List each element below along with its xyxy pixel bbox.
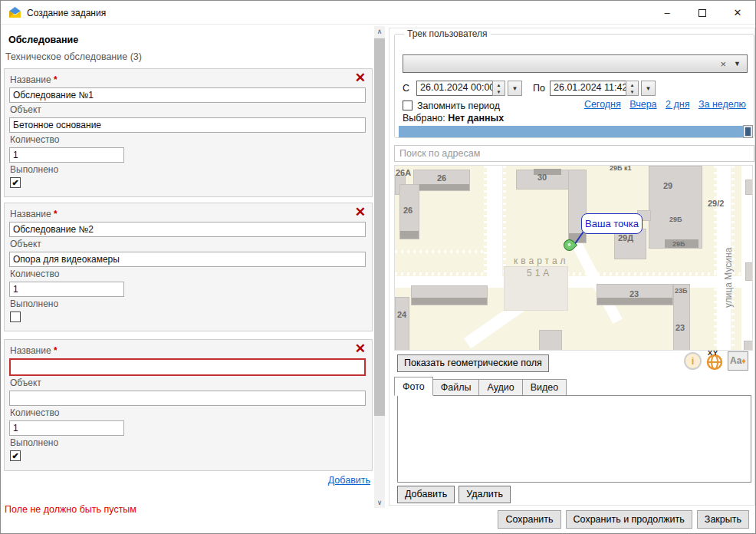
user-select-combo[interactable]: × ▼ <box>403 54 748 73</box>
tab-video[interactable]: Видео <box>523 379 567 396</box>
link-today[interactable]: Сегодня <box>584 99 621 110</box>
clear-icon[interactable]: × <box>720 58 726 70</box>
survey-card: ✕ Название * Объект Количество Выполнено… <box>4 68 373 197</box>
map-label: 23Б <box>675 287 687 295</box>
done-checkbox[interactable] <box>10 312 21 322</box>
name-label: Название * <box>10 74 365 85</box>
map-label: 26 <box>437 173 446 183</box>
name-input[interactable] <box>9 222 366 237</box>
delete-card-icon[interactable]: ✕ <box>355 71 366 84</box>
chevron-down-icon: ▼ <box>646 85 652 92</box>
labels-toggle-icon[interactable]: Aa♦ <box>728 351 748 371</box>
info-icon[interactable]: i <box>684 352 702 370</box>
track-time-slider[interactable] <box>399 126 753 137</box>
from-label: С <box>403 83 409 94</box>
quick-period-links: Сегодня Вчера 2 дня За неделю <box>578 99 746 110</box>
district-label: квартал <box>514 255 569 266</box>
done-checkbox[interactable]: ✔ <box>10 177 21 188</box>
show-geometry-button[interactable]: Показать геометрические поля <box>397 354 549 372</box>
maximize-button[interactable] <box>685 1 720 25</box>
your-point-callout: Ваша точка <box>581 213 643 234</box>
delete-card-icon[interactable]: ✕ <box>355 342 366 355</box>
tab-audio[interactable]: Аудио <box>479 379 522 396</box>
user-track-group: Трек пользователя × ▼ С 26.01.2024 00:00… <box>394 34 754 138</box>
scroll-down-icon[interactable]: ∨ <box>374 497 385 508</box>
add-attachment-button[interactable]: Добавить <box>397 486 455 503</box>
map-label: 29Б <box>669 216 682 223</box>
link-yesterday[interactable]: Вчера <box>629 99 656 110</box>
app-icon <box>8 6 21 19</box>
map-label: 29Д <box>618 233 633 242</box>
map-building <box>539 330 562 351</box>
map-building <box>649 166 702 249</box>
map-road-trees <box>484 166 487 281</box>
address-search-input[interactable] <box>394 145 754 162</box>
survey-card: ✕ Название * Объект Количество Выполнено <box>4 203 373 331</box>
save-continue-button[interactable]: Сохранить и продолжить <box>566 510 692 529</box>
attachment-buttons: Добавить Удалить <box>397 486 511 503</box>
map-label: 29Б <box>672 240 685 248</box>
survey-card: ✕ Название * Объект Количество Выполнено… <box>4 339 373 471</box>
delete-card-icon[interactable]: ✕ <box>355 206 366 219</box>
selected-value: Нет данных <box>448 113 504 124</box>
close-dialog-button[interactable]: Закрыть <box>697 510 749 529</box>
remember-period-row: Запомнить период <box>403 101 500 111</box>
quantity-input[interactable] <box>9 420 124 436</box>
map-label: 24 <box>397 310 406 319</box>
date-range-row: С 26.01.2024 00:00 ▲▼ ▼ По 26.01.2024 11… <box>403 81 749 96</box>
create-task-dialog: Создание задания – ✕ Обследование Технич… <box>0 0 756 534</box>
add-survey-link[interactable]: Добавить <box>328 475 370 486</box>
quantity-input[interactable] <box>9 282 124 297</box>
from-date-dropdown[interactable]: ▼ <box>508 81 522 96</box>
to-date-input[interactable]: 26.01.2024 11:42 <box>550 81 626 96</box>
quantity-label: Количество <box>10 269 365 279</box>
titlebar: Создание задания – ✕ <box>1 1 755 25</box>
map-building <box>411 285 488 305</box>
scroll-up-icon[interactable]: ∧ <box>374 26 385 37</box>
from-date-input[interactable]: 26.01.2024 00:00 <box>416 81 493 96</box>
save-button[interactable]: Сохранить <box>498 510 560 529</box>
map-building <box>745 262 753 281</box>
object-input[interactable] <box>9 252 366 267</box>
name-input-invalid[interactable] <box>9 358 366 376</box>
left-panel-scrollbar[interactable]: ∧ ∨ <box>374 26 385 508</box>
object-input[interactable] <box>9 391 366 406</box>
remove-attachment-button[interactable]: Удалить <box>459 486 511 503</box>
to-date-spinner[interactable]: ▲▼ <box>626 81 639 96</box>
coordinates-globe-icon[interactable]: XY <box>705 352 724 371</box>
map-canvas[interactable]: 26А 26 26 30 29Б к1 29 29/2 29Б 29Д 29Б … <box>394 165 753 351</box>
map-road-trees <box>503 166 506 281</box>
map-road <box>487 166 502 281</box>
object-input[interactable] <box>9 117 366 133</box>
photo-list-area[interactable] <box>397 395 751 483</box>
quantity-label: Количество <box>10 407 365 418</box>
close-icon: ✕ <box>734 7 742 18</box>
close-button[interactable]: ✕ <box>720 1 755 25</box>
map-label: 26А <box>396 168 411 177</box>
panel-heading: Обследование <box>8 35 78 45</box>
dialog-footer: Сохранить Сохранить и продолжить Закрыть <box>498 510 749 529</box>
done-label: Выполнено <box>10 298 365 309</box>
map-road-trees <box>714 166 717 351</box>
scrollbar-thumb[interactable] <box>374 38 385 416</box>
to-date-dropdown[interactable]: ▼ <box>641 81 656 96</box>
minimize-button[interactable]: – <box>649 1 685 25</box>
quantity-input[interactable] <box>9 147 124 163</box>
slider-handle[interactable] <box>743 125 753 138</box>
map-label: 29Б к1 <box>610 165 632 172</box>
tab-files[interactable]: Файлы <box>433 379 480 396</box>
district-number: 51А <box>527 268 552 279</box>
done-checkbox[interactable]: ✔ <box>10 450 21 461</box>
link-week[interactable]: За неделю <box>698 99 746 110</box>
aa-label: Aa <box>730 355 741 366</box>
name-input[interactable] <box>9 87 366 103</box>
tab-photo[interactable]: Фото <box>394 377 433 396</box>
object-label: Объект <box>10 104 365 115</box>
chevron-down-icon[interactable]: ▼ <box>734 60 741 68</box>
window-title: Создание задания <box>27 8 106 18</box>
person-icon: ♦ <box>741 356 746 365</box>
remember-checkbox[interactable] <box>403 101 413 110</box>
link-2days[interactable]: 2 дня <box>666 99 689 110</box>
from-date-spinner[interactable]: ▲▼ <box>492 81 505 96</box>
spin-up-icon: ▲ <box>497 83 501 87</box>
